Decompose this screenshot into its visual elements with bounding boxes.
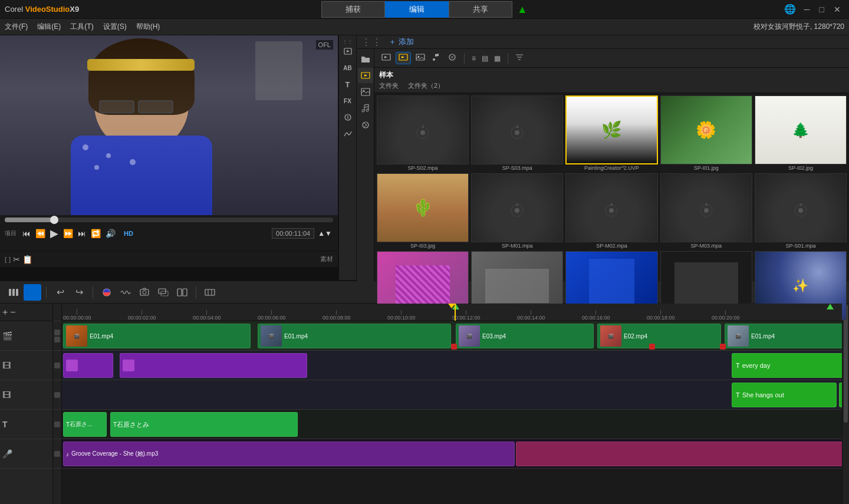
media-item[interactable]: 🌵 SP-I03.jpg — [377, 173, 469, 249]
step-forward-button[interactable]: ⏩ — [62, 228, 74, 239]
tab-edit[interactable]: 编辑 — [385, 1, 449, 18]
minimize-button[interactable]: ─ — [801, 4, 814, 15]
curve-tool-btn[interactable] — [340, 126, 356, 141]
menu-help[interactable]: 帮助(H) — [136, 22, 160, 32]
clip-text2[interactable]: T 石原さとみ — [110, 412, 298, 437]
view-list-btn[interactable]: ≡ — [469, 53, 478, 64]
lock-btn[interactable] — [54, 392, 60, 398]
lock-btn[interactable] — [54, 363, 60, 368]
motion-tool-btn[interactable] — [340, 110, 356, 125]
clip-overlay-large[interactable] — [120, 353, 307, 378]
menu-file[interactable]: 文件(F) — [5, 22, 28, 32]
filter-music-btn[interactable] — [430, 52, 443, 64]
filter-fx-btn[interactable] — [445, 52, 459, 64]
redo-btn[interactable]: ↪ — [70, 284, 88, 301]
add-track-btn[interactable]: + — [2, 307, 8, 318]
project-label: 项目 — [5, 229, 17, 238]
eye-btn[interactable] — [54, 337, 60, 342]
media-item[interactable]: ♪ SP-S03.mpa — [471, 95, 563, 171]
cut-button[interactable]: ✂ — [13, 255, 20, 264]
audio-wave-btn[interactable] — [117, 284, 134, 301]
clip-audio2[interactable] — [516, 442, 842, 466]
scrollbar-thumb[interactable] — [844, 305, 848, 423]
overlay2-track-row: T She hangs out nea... — [62, 380, 842, 410]
media-item[interactable]: ♪ SP-M01.mpa — [471, 173, 563, 249]
media-item[interactable]: ♪ SP-S01.mpa — [755, 173, 847, 249]
subtitle-icon: T — [736, 362, 740, 369]
copy-button[interactable]: 📋 — [22, 255, 32, 264]
folder-item[interactable]: 文件夹 — [379, 81, 399, 90]
media-music-btn[interactable] — [358, 101, 373, 116]
media-fx-btn[interactable] — [358, 117, 373, 133]
step-back-button[interactable]: ⏪ — [34, 228, 47, 239]
fx-tool-btn[interactable]: FX — [340, 93, 356, 108]
svg-text:♪: ♪ — [610, 202, 613, 207]
menu-tools[interactable]: 工具(T) — [70, 22, 93, 32]
repeat-button[interactable]: 🔁 — [90, 228, 102, 239]
clip-e01-2[interactable]: 🎬 E01.mp4 — [258, 324, 451, 348]
tab-capture[interactable]: 捕获 — [321, 1, 385, 18]
lock-btn[interactable] — [54, 330, 60, 335]
media-video-btn[interactable] — [358, 68, 373, 83]
undo-btn[interactable]: ↩ — [51, 284, 69, 301]
clip-e02[interactable]: 🎬 E02.mp4 — [597, 324, 721, 348]
color-correct-btn[interactable] — [98, 284, 116, 301]
preview-progress[interactable] — [5, 218, 333, 222]
close-button[interactable]: ✕ — [830, 4, 844, 15]
video-tool-btn[interactable] — [340, 44, 356, 59]
svg-marker-4 — [364, 74, 367, 77]
lock-btn[interactable] — [54, 421, 60, 427]
media-item[interactable]: 🌼 SP-I01.jpg — [660, 95, 752, 171]
media-item[interactable]: ♪ SP-M02.mpa — [565, 173, 657, 249]
folder2-item[interactable]: 文件夹（2） — [408, 81, 444, 90]
clip-next[interactable]: nea... — [839, 383, 842, 407]
volume-button[interactable]: 🔊 — [104, 228, 117, 239]
clip-shehangs[interactable]: T She hangs out — [732, 383, 837, 407]
clip-e03[interactable]: 🎬 E03.mp4 — [456, 324, 594, 348]
timeline-scrollbar[interactable] — [842, 304, 849, 504]
media-item[interactable]: 🌿 PaintingCreator^2.UVP — [565, 95, 657, 171]
filter-photo-btn[interactable] — [413, 52, 427, 64]
timecode-edit-btn[interactable]: ▲▼ — [317, 228, 333, 239]
multi-trim-btn[interactable] — [201, 284, 219, 301]
media-label: SP-I02.jpg — [755, 165, 847, 171]
text-tool-btn[interactable]: T — [340, 77, 356, 92]
snapshot-btn[interactable] — [136, 284, 153, 301]
next-end-button[interactable]: ⏭ — [77, 228, 87, 239]
media-photo-btn[interactable] — [358, 84, 373, 100]
view-grid-btn[interactable]: ▦ — [492, 53, 503, 64]
clip-e01-1[interactable]: 🎬 E01.mp4 — [63, 324, 251, 348]
clip-everyday[interactable]: T every day — [732, 353, 842, 378]
ab-tool-btn[interactable]: AB — [340, 60, 356, 75]
remove-track-btn[interactable]: − — [10, 307, 15, 318]
timeline-view-btn[interactable] — [24, 284, 41, 301]
clip-text1[interactable]: T 石原さ... — [63, 412, 107, 437]
overlay-btn[interactable] — [154, 284, 172, 301]
media-item[interactable]: ♪ SP-S02.mpa — [377, 95, 469, 171]
svg-point-23 — [515, 130, 519, 135]
split-screen-btn[interactable] — [173, 284, 191, 301]
maximize-button[interactable]: □ — [816, 4, 828, 15]
upload-icon[interactable]: ▲ — [517, 4, 528, 16]
clip-e01-3[interactable]: 🎬 E01.mp4 — [725, 324, 842, 348]
text-track-row: T 石原さ... T 石原さとみ — [62, 410, 842, 439]
view-detail-btn[interactable]: ▤ — [479, 53, 491, 64]
add-media-button[interactable]: ＋ 添加 — [385, 35, 417, 48]
mute-btn[interactable] — [54, 451, 60, 457]
play-button[interactable]: ▶ — [49, 226, 60, 241]
media-folder-btn[interactable] — [358, 51, 373, 67]
overlay2-track-icon: 🎞 — [2, 390, 11, 400]
clip-overlay-small1[interactable] — [63, 353, 113, 378]
menu-edit[interactable]: 编辑(E) — [37, 22, 61, 32]
timeline-storyboard-btn[interactable] — [5, 284, 22, 301]
media-item[interactable]: ♪ SP-M03.mpa — [660, 173, 752, 249]
overlay1-ctrl — [53, 351, 61, 380]
prev-start-button[interactable]: ⏮ — [21, 228, 32, 239]
menu-settings[interactable]: 设置(S) — [103, 22, 127, 32]
tab-share[interactable]: 共享 — [449, 1, 512, 18]
filter-all-btn[interactable] — [379, 52, 393, 64]
sort-btn[interactable] — [513, 52, 526, 64]
clip-audio1[interactable]: ♪ Groove Coverage - She (她).mp3 — [63, 442, 515, 466]
filter-video-btn[interactable] — [396, 52, 411, 64]
media-item[interactable]: 🌲 SP-I02.jpg — [755, 95, 847, 171]
